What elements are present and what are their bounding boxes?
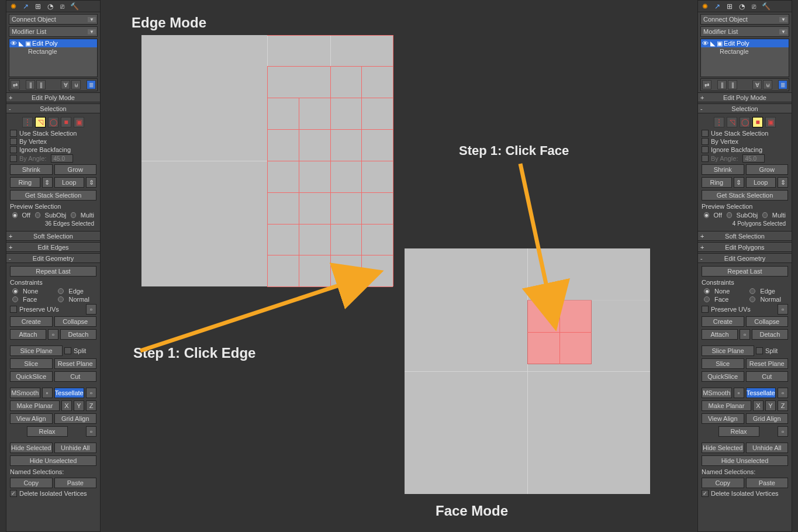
rollout-soft-selection[interactable]: +Soft Selection	[6, 232, 100, 241]
create-button[interactable]: Create	[702, 316, 744, 327]
paste-button[interactable]: Paste	[54, 478, 97, 488]
quickslice-button[interactable]: QuickSlice	[10, 371, 53, 382]
border-mode-icon[interactable]: ◯	[740, 117, 750, 127]
planar-y-button[interactable]: Y	[74, 400, 84, 411]
detach-button[interactable]: Detach	[752, 329, 788, 340]
ring-spinner[interactable]: ⇕	[42, 177, 53, 188]
reset-plane-button[interactable]: Reset Plane	[746, 358, 789, 369]
vertex-mode-icon[interactable]: ⋮	[22, 117, 33, 127]
stack-item-edit-poly[interactable]: 👁◣ ▣Edit Poly	[701, 39, 789, 47]
rollout-header[interactable]: +Edit Poly Mode	[6, 93, 100, 102]
stack-item-rectangle[interactable]: Rectangle	[9, 47, 97, 56]
attach-list-icon[interactable]: ▫	[48, 329, 58, 340]
msmooth-button[interactable]: MSmooth	[702, 388, 732, 398]
grow-button[interactable]: Grow	[54, 164, 97, 175]
unhide-all-button[interactable]: Unhide All	[54, 443, 97, 453]
hide-unselected-button[interactable]: Hide Unselected	[10, 455, 96, 466]
relax-button[interactable]: Relax	[718, 426, 759, 437]
show-end-result-icon[interactable]: ‖	[26, 80, 35, 89]
element-mode-icon[interactable]: ▣	[74, 117, 84, 127]
rollout-edit-edges[interactable]: +Edit Edges	[6, 243, 100, 252]
copy-button[interactable]: Copy	[702, 478, 744, 488]
stack-item-rectangle[interactable]: Rectangle	[701, 47, 789, 56]
pin-stack-icon[interactable]: ⇄	[702, 80, 711, 89]
slice-button[interactable]: Slice	[10, 358, 53, 369]
constraint-face-radio[interactable]	[12, 296, 18, 302]
reset-plane-button[interactable]: Reset Plane	[54, 358, 97, 369]
motion-tab-icon[interactable]: ◔	[44, 1, 56, 11]
rollout-edit-poly-mode[interactable]: +Edit Poly Mode	[698, 93, 792, 102]
tessellate-settings-icon[interactable]: ▫	[778, 388, 788, 398]
planar-z-button[interactable]: Z	[86, 400, 96, 411]
preserve-uvs-checkbox[interactable]: Preserve UVs▫	[702, 303, 788, 315]
slice-plane-button[interactable]: Slice Plane	[702, 346, 754, 356]
make-planar-button[interactable]: Make Planar	[702, 400, 751, 411]
configure-sets-icon[interactable]: ≣	[87, 80, 96, 89]
display-tab-icon[interactable]: ⎚	[57, 1, 68, 11]
polygon-mode-icon[interactable]: ■	[61, 117, 71, 127]
modifier-list-dropdown[interactable]: Modifier List	[9, 26, 98, 37]
preview-multi-radio[interactable]	[762, 212, 768, 218]
edge-mode-icon[interactable]: ◹	[35, 117, 46, 127]
constraint-normal-radio[interactable]	[58, 296, 64, 302]
relax-button[interactable]: Relax	[27, 426, 68, 437]
utilities-tab-icon[interactable]: 🔨	[69, 1, 80, 11]
attach-button[interactable]: Attach	[702, 329, 738, 340]
eye-icon[interactable]: 👁	[702, 40, 709, 47]
slice-plane-button[interactable]: Slice Plane	[10, 346, 63, 356]
cut-button[interactable]: Cut	[54, 371, 97, 382]
vertex-mode-icon[interactable]: ⋮	[714, 117, 724, 127]
repeat-last-button[interactable]: Repeat Last	[702, 266, 788, 277]
preserve-uvs-checkbox[interactable]: Preserve UVs▫	[10, 303, 96, 315]
rollout-edit-geometry[interactable]: -Edit Geometry	[698, 254, 792, 263]
hide-unselected-button[interactable]: Hide Unselected	[702, 455, 788, 466]
tessellate-button[interactable]: Tessellate	[746, 388, 776, 398]
modifier-list-dropdown[interactable]: Modifier List	[700, 26, 789, 37]
configure-sets-icon[interactable]: ≣	[778, 80, 787, 89]
copy-button[interactable]: Copy	[10, 478, 53, 488]
cut-button[interactable]: Cut	[746, 371, 789, 382]
loop-spinner[interactable]: ⇕	[86, 177, 96, 188]
constraint-face-radio[interactable]	[704, 296, 710, 302]
detach-button[interactable]: Detach	[60, 329, 96, 340]
use-stack-selection-checkbox[interactable]: Use Stack Selection	[702, 129, 788, 137]
paste-button[interactable]: Paste	[746, 478, 789, 488]
use-stack-selection-checkbox[interactable]: Use Stack Selection	[10, 129, 96, 137]
border-mode-icon[interactable]: ◯	[48, 117, 58, 127]
grow-button[interactable]: Grow	[746, 164, 789, 175]
make-unique-icon[interactable]: ‖	[728, 80, 737, 89]
planar-y-button[interactable]: Y	[765, 400, 776, 411]
get-stack-selection-button[interactable]: Get Stack Selection	[10, 190, 96, 201]
show-end-result-icon[interactable]: ‖	[717, 80, 727, 89]
pin-stack-icon[interactable]: ⇄	[11, 80, 20, 89]
remove-modifier-icon[interactable]: ∀	[61, 80, 70, 89]
stack-item-edit-poly[interactable]: 👁 ◣ ▣ Edit Poly	[9, 39, 97, 47]
delete-isolated-vertices-checkbox[interactable]: ✓Delete Isolated Vertices	[10, 489, 96, 498]
split-checkbox[interactable]: Split	[64, 346, 96, 356]
planar-z-button[interactable]: Z	[778, 400, 788, 411]
attach-button[interactable]: Attach	[10, 329, 46, 340]
tessellate-settings-icon[interactable]: ▫	[86, 388, 96, 398]
rollout-header[interactable]: -Selection	[6, 104, 100, 113]
collapse-button[interactable]: Collapse	[54, 316, 97, 327]
viewport-edge-mode[interactable]	[141, 35, 393, 286]
eye-icon[interactable]: 👁	[11, 40, 18, 47]
configure-icon[interactable]: ⊌	[71, 80, 81, 89]
loop-button[interactable]: Loop	[746, 177, 776, 188]
ignore-backfacing-checkbox[interactable]: Ignore Backfacing	[702, 146, 788, 154]
hierarchy-tab-icon[interactable]: ⊞	[724, 1, 735, 11]
grid-align-button[interactable]: Grid Align	[746, 413, 789, 424]
by-angle-checkbox[interactable]: By Angle:45.0	[702, 154, 788, 163]
get-stack-selection-button[interactable]: Get Stack Selection	[702, 190, 788, 201]
preview-off-radio[interactable]	[12, 212, 18, 218]
preserve-uvs-settings-icon[interactable]: ▫	[778, 304, 788, 315]
rollout-selection[interactable]: -Selection	[698, 104, 792, 113]
loop-spinner[interactable]: ⇕	[778, 177, 788, 188]
hide-selected-button[interactable]: Hide Selected	[10, 443, 53, 453]
preserve-uvs-settings-icon[interactable]: ▫	[86, 304, 96, 315]
make-planar-button[interactable]: Make Planar	[10, 400, 60, 411]
configure-icon[interactable]: ⊌	[763, 80, 772, 89]
object-name-field[interactable]: Connect Object	[700, 14, 789, 25]
edge-mode-icon[interactable]: ◹	[727, 117, 737, 127]
create-tab-icon[interactable]: ✺	[699, 1, 710, 11]
